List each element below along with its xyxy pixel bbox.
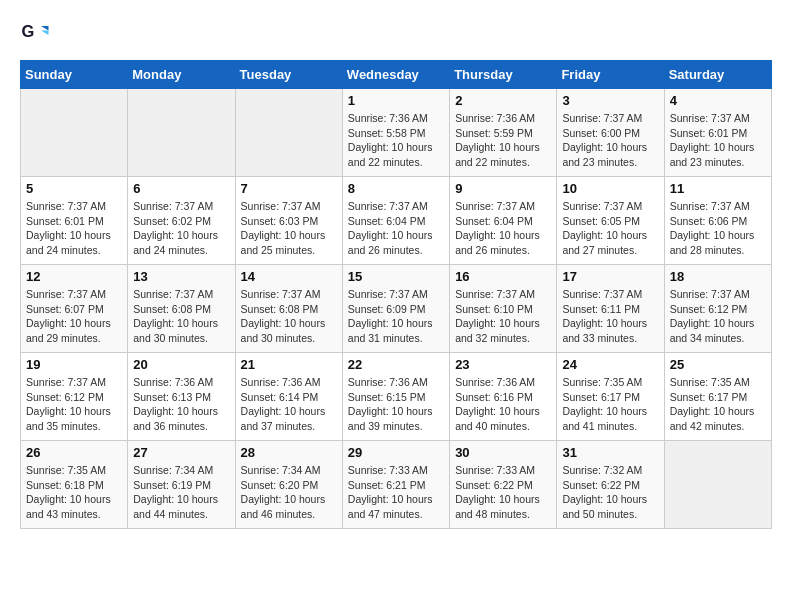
day-number: 10 (562, 181, 658, 196)
day-number: 26 (26, 445, 122, 460)
day-number: 18 (670, 269, 766, 284)
day-info: Sunrise: 7:36 AM Sunset: 5:59 PM Dayligh… (455, 111, 551, 170)
calendar-cell: 19Sunrise: 7:37 AM Sunset: 6:12 PM Dayli… (21, 353, 128, 441)
day-info: Sunrise: 7:33 AM Sunset: 6:22 PM Dayligh… (455, 463, 551, 522)
day-info: Sunrise: 7:37 AM Sunset: 6:06 PM Dayligh… (670, 199, 766, 258)
day-number: 5 (26, 181, 122, 196)
day-number: 12 (26, 269, 122, 284)
calendar-cell: 29Sunrise: 7:33 AM Sunset: 6:21 PM Dayli… (342, 441, 449, 529)
calendar-cell: 3Sunrise: 7:37 AM Sunset: 6:00 PM Daylig… (557, 89, 664, 177)
calendar-cell: 16Sunrise: 7:37 AM Sunset: 6:10 PM Dayli… (450, 265, 557, 353)
day-info: Sunrise: 7:37 AM Sunset: 6:08 PM Dayligh… (133, 287, 229, 346)
day-info: Sunrise: 7:34 AM Sunset: 6:19 PM Dayligh… (133, 463, 229, 522)
logo: G (20, 20, 54, 50)
calendar-cell: 13Sunrise: 7:37 AM Sunset: 6:08 PM Dayli… (128, 265, 235, 353)
day-number: 11 (670, 181, 766, 196)
calendar-cell: 24Sunrise: 7:35 AM Sunset: 6:17 PM Dayli… (557, 353, 664, 441)
day-info: Sunrise: 7:36 AM Sunset: 6:16 PM Dayligh… (455, 375, 551, 434)
day-number: 7 (241, 181, 337, 196)
day-number: 6 (133, 181, 229, 196)
day-number: 3 (562, 93, 658, 108)
week-row-3: 12Sunrise: 7:37 AM Sunset: 6:07 PM Dayli… (21, 265, 772, 353)
day-number: 25 (670, 357, 766, 372)
day-info: Sunrise: 7:35 AM Sunset: 6:18 PM Dayligh… (26, 463, 122, 522)
day-number: 31 (562, 445, 658, 460)
day-number: 23 (455, 357, 551, 372)
day-number: 4 (670, 93, 766, 108)
calendar-cell (128, 89, 235, 177)
calendar-cell: 6Sunrise: 7:37 AM Sunset: 6:02 PM Daylig… (128, 177, 235, 265)
day-info: Sunrise: 7:37 AM Sunset: 6:02 PM Dayligh… (133, 199, 229, 258)
calendar-cell: 17Sunrise: 7:37 AM Sunset: 6:11 PM Dayli… (557, 265, 664, 353)
calendar-cell: 11Sunrise: 7:37 AM Sunset: 6:06 PM Dayli… (664, 177, 771, 265)
calendar-cell: 22Sunrise: 7:36 AM Sunset: 6:15 PM Dayli… (342, 353, 449, 441)
day-number: 24 (562, 357, 658, 372)
week-row-1: 1Sunrise: 7:36 AM Sunset: 5:58 PM Daylig… (21, 89, 772, 177)
calendar-cell: 31Sunrise: 7:32 AM Sunset: 6:22 PM Dayli… (557, 441, 664, 529)
weekday-header-tuesday: Tuesday (235, 61, 342, 89)
day-number: 14 (241, 269, 337, 284)
week-row-5: 26Sunrise: 7:35 AM Sunset: 6:18 PM Dayli… (21, 441, 772, 529)
day-info: Sunrise: 7:37 AM Sunset: 6:01 PM Dayligh… (26, 199, 122, 258)
day-info: Sunrise: 7:37 AM Sunset: 6:08 PM Dayligh… (241, 287, 337, 346)
day-info: Sunrise: 7:37 AM Sunset: 6:00 PM Dayligh… (562, 111, 658, 170)
calendar-cell: 21Sunrise: 7:36 AM Sunset: 6:14 PM Dayli… (235, 353, 342, 441)
day-info: Sunrise: 7:36 AM Sunset: 5:58 PM Dayligh… (348, 111, 444, 170)
day-info: Sunrise: 7:37 AM Sunset: 6:05 PM Dayligh… (562, 199, 658, 258)
calendar-cell: 1Sunrise: 7:36 AM Sunset: 5:58 PM Daylig… (342, 89, 449, 177)
day-number: 8 (348, 181, 444, 196)
day-number: 2 (455, 93, 551, 108)
day-number: 1 (348, 93, 444, 108)
day-info: Sunrise: 7:37 AM Sunset: 6:07 PM Dayligh… (26, 287, 122, 346)
day-info: Sunrise: 7:37 AM Sunset: 6:12 PM Dayligh… (670, 287, 766, 346)
day-info: Sunrise: 7:35 AM Sunset: 6:17 PM Dayligh… (670, 375, 766, 434)
calendar-cell (235, 89, 342, 177)
calendar-cell: 7Sunrise: 7:37 AM Sunset: 6:03 PM Daylig… (235, 177, 342, 265)
calendar-cell: 18Sunrise: 7:37 AM Sunset: 6:12 PM Dayli… (664, 265, 771, 353)
day-number: 28 (241, 445, 337, 460)
calendar-cell: 20Sunrise: 7:36 AM Sunset: 6:13 PM Dayli… (128, 353, 235, 441)
calendar-cell: 28Sunrise: 7:34 AM Sunset: 6:20 PM Dayli… (235, 441, 342, 529)
day-info: Sunrise: 7:37 AM Sunset: 6:09 PM Dayligh… (348, 287, 444, 346)
day-number: 19 (26, 357, 122, 372)
day-info: Sunrise: 7:37 AM Sunset: 6:11 PM Dayligh… (562, 287, 658, 346)
weekday-header-saturday: Saturday (664, 61, 771, 89)
page-header: G (20, 20, 772, 50)
weekday-header-sunday: Sunday (21, 61, 128, 89)
calendar-cell: 14Sunrise: 7:37 AM Sunset: 6:08 PM Dayli… (235, 265, 342, 353)
calendar-cell: 23Sunrise: 7:36 AM Sunset: 6:16 PM Dayli… (450, 353, 557, 441)
calendar-table: SundayMondayTuesdayWednesdayThursdayFrid… (20, 60, 772, 529)
calendar-cell: 5Sunrise: 7:37 AM Sunset: 6:01 PM Daylig… (21, 177, 128, 265)
weekday-header-thursday: Thursday (450, 61, 557, 89)
day-number: 9 (455, 181, 551, 196)
weekday-header-monday: Monday (128, 61, 235, 89)
weekday-header-wednesday: Wednesday (342, 61, 449, 89)
day-number: 13 (133, 269, 229, 284)
day-info: Sunrise: 7:36 AM Sunset: 6:14 PM Dayligh… (241, 375, 337, 434)
day-number: 30 (455, 445, 551, 460)
weekday-header-row: SundayMondayTuesdayWednesdayThursdayFrid… (21, 61, 772, 89)
calendar-cell: 8Sunrise: 7:37 AM Sunset: 6:04 PM Daylig… (342, 177, 449, 265)
calendar-cell: 12Sunrise: 7:37 AM Sunset: 6:07 PM Dayli… (21, 265, 128, 353)
day-info: Sunrise: 7:33 AM Sunset: 6:21 PM Dayligh… (348, 463, 444, 522)
calendar-cell: 26Sunrise: 7:35 AM Sunset: 6:18 PM Dayli… (21, 441, 128, 529)
day-info: Sunrise: 7:36 AM Sunset: 6:13 PM Dayligh… (133, 375, 229, 434)
calendar-cell: 27Sunrise: 7:34 AM Sunset: 6:19 PM Dayli… (128, 441, 235, 529)
day-info: Sunrise: 7:37 AM Sunset: 6:04 PM Dayligh… (455, 199, 551, 258)
day-info: Sunrise: 7:37 AM Sunset: 6:04 PM Dayligh… (348, 199, 444, 258)
calendar-cell: 9Sunrise: 7:37 AM Sunset: 6:04 PM Daylig… (450, 177, 557, 265)
logo-icon: G (20, 20, 50, 50)
day-number: 16 (455, 269, 551, 284)
week-row-2: 5Sunrise: 7:37 AM Sunset: 6:01 PM Daylig… (21, 177, 772, 265)
calendar-cell: 15Sunrise: 7:37 AM Sunset: 6:09 PM Dayli… (342, 265, 449, 353)
day-number: 27 (133, 445, 229, 460)
day-number: 29 (348, 445, 444, 460)
calendar-cell (664, 441, 771, 529)
day-number: 20 (133, 357, 229, 372)
weekday-header-friday: Friday (557, 61, 664, 89)
day-number: 15 (348, 269, 444, 284)
day-number: 21 (241, 357, 337, 372)
day-info: Sunrise: 7:37 AM Sunset: 6:03 PM Dayligh… (241, 199, 337, 258)
calendar-cell: 10Sunrise: 7:37 AM Sunset: 6:05 PM Dayli… (557, 177, 664, 265)
day-info: Sunrise: 7:37 AM Sunset: 6:01 PM Dayligh… (670, 111, 766, 170)
